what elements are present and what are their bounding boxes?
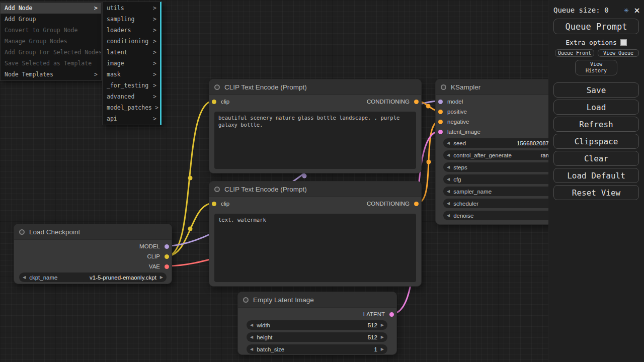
collapse-dot-icon[interactable]: [214, 187, 220, 192]
widget-batch-size[interactable]: ◀ batch_size 1 ▶: [247, 344, 387, 354]
add-node-submenu: utils > sampling > loaders > conditionin…: [102, 2, 162, 125]
submenu-arrow-icon: >: [153, 47, 156, 58]
input-slot-clip[interactable]: [212, 100, 216, 104]
output-label-model: MODEL: [139, 243, 160, 250]
node-header[interactable]: Empty Latent Image: [238, 292, 396, 308]
menu-item-label: Node Templates: [5, 69, 53, 80]
submenu-item-for-testing[interactable]: _for_testing >: [103, 80, 160, 91]
submenu-item-label: _for_testing: [107, 80, 148, 91]
save-button[interactable]: Save: [553, 82, 639, 98]
prompt-text-area[interactable]: beautiful scenery nature glass bottle la…: [214, 112, 416, 169]
output-slot-model[interactable]: [165, 244, 169, 249]
submenu-item-model-patches[interactable]: model_patches >: [103, 102, 160, 113]
widget-left-arrow-icon[interactable]: ◀: [247, 335, 257, 339]
node-header[interactable]: CLIP Text Encode (Prompt): [209, 182, 421, 197]
reset-view-button[interactable]: Reset View: [553, 185, 639, 200]
load-button[interactable]: Load: [553, 100, 639, 115]
submenu-item-latent[interactable]: latent >: [103, 47, 160, 58]
menu-item-add-node[interactable]: Add Node >: [1, 3, 101, 14]
widget-left-arrow-icon[interactable]: ◀: [19, 275, 29, 280]
queue-prompt-button[interactable]: Queue Prompt: [553, 19, 639, 34]
submenu-item-label: image: [107, 58, 124, 69]
menu-item-label: Add Group For Selected Nodes: [5, 47, 101, 58]
link-dot-conditioning-1[interactable]: [426, 104, 431, 109]
widget-left-arrow-icon[interactable]: ◀: [443, 153, 453, 157]
widget-right-arrow-icon[interactable]: ▶: [377, 347, 387, 351]
submenu-item-mask[interactable]: mask >: [103, 69, 160, 80]
collapse-dot-icon[interactable]: [243, 297, 249, 303]
widget-left-arrow-icon[interactable]: ◀: [443, 177, 453, 182]
submenu-item-loaders[interactable]: loaders >: [103, 25, 160, 36]
widget-left-arrow-icon[interactable]: ◀: [247, 347, 257, 351]
view-history-button[interactable]: View History: [575, 60, 617, 75]
widget-height[interactable]: ◀ height 512 ▶: [247, 332, 387, 342]
output-label-vae: VAE: [149, 263, 160, 270]
queue-front-button[interactable]: Queue Front: [555, 49, 594, 57]
output-slot-latent[interactable]: [389, 312, 394, 317]
input-slot-positive[interactable]: [438, 110, 443, 114]
collapse-dot-icon[interactable]: [19, 229, 25, 235]
input-label-negative: negative: [447, 119, 469, 125]
menu-item-label: Save Selected as Template: [5, 58, 92, 69]
link-dot-conditioning-2[interactable]: [427, 160, 431, 164]
settings-gear-icon[interactable]: ✳: [624, 5, 629, 15]
output-slot-vae[interactable]: [165, 264, 169, 269]
widget-left-arrow-icon[interactable]: ◀: [247, 323, 257, 327]
node-empty-latent-image[interactable]: Empty Latent Image LATENT ◀ width 512 ▶ …: [237, 292, 397, 355]
node-clip-text-encode-positive[interactable]: CLIP Text Encode (Prompt) clip CONDITION…: [209, 79, 422, 173]
input-slot-clip[interactable]: [212, 202, 216, 206]
close-icon[interactable]: ×: [634, 6, 640, 14]
submenu-item-sampling[interactable]: sampling >: [103, 14, 160, 25]
output-slot-conditioning[interactable]: [414, 100, 419, 104]
submenu-arrow-icon: >: [94, 69, 98, 80]
view-queue-button[interactable]: View Queue: [598, 49, 639, 57]
submenu-item-utils[interactable]: utils >: [103, 3, 160, 14]
node-clip-text-encode-negative[interactable]: CLIP Text Encode (Prompt) clip CONDITION…: [209, 181, 422, 287]
link-dot-clip-2[interactable]: [188, 227, 193, 231]
submenu-arrow-icon: >: [153, 36, 156, 47]
submenu-arrow-icon: >: [153, 69, 156, 80]
context-menu: Add Node > Add Group Convert to Group No…: [0, 2, 102, 81]
widget-right-arrow-icon[interactable]: ▶: [377, 323, 387, 327]
submenu-item-api[interactable]: api >: [103, 113, 160, 124]
submenu-item-label: api: [107, 113, 117, 124]
load-default-button[interactable]: Load Default: [553, 168, 639, 183]
clipspace-button[interactable]: Clipspace: [553, 134, 639, 149]
collapse-dot-icon[interactable]: [441, 84, 446, 90]
widget-left-arrow-icon[interactable]: ◀: [443, 141, 453, 145]
prompt-text-area[interactable]: text, watermark: [214, 214, 416, 282]
submenu-item-conditioning[interactable]: conditioning >: [103, 36, 160, 47]
output-slot-conditioning[interactable]: [414, 202, 419, 206]
node-load-checkpoint[interactable]: Load Checkpoint MODEL CLIP VAE ◀ ckpt_na…: [14, 224, 172, 284]
widget-width[interactable]: ◀ width 512 ▶: [247, 320, 387, 330]
collapse-dot-icon[interactable]: [214, 84, 220, 90]
submenu-item-image[interactable]: image >: [103, 58, 160, 69]
menu-item-add-group[interactable]: Add Group: [1, 14, 101, 25]
widget-left-arrow-icon[interactable]: ◀: [443, 165, 453, 169]
widget-left-arrow-icon[interactable]: ◀: [443, 201, 453, 206]
input-slot-negative[interactable]: [438, 120, 443, 124]
menu-item-node-templates[interactable]: Node Templates >: [1, 69, 101, 80]
submenu-item-advanced[interactable]: advanced >: [103, 91, 160, 102]
input-slot-model[interactable]: [438, 100, 443, 104]
node-title: CLIP Text Encode (Prompt): [224, 186, 307, 193]
link-dot-model[interactable]: [302, 174, 307, 178]
input-slot-latent-image[interactable]: [438, 130, 443, 134]
extra-options-checkbox[interactable]: [620, 39, 627, 46]
refresh-button[interactable]: Refresh: [553, 117, 639, 132]
widget-right-arrow-icon[interactable]: ▶: [156, 275, 167, 280]
menu-item-label: Add Node: [5, 3, 32, 14]
widget-ckpt-name[interactable]: ◀ ckpt_name v1-5-pruned-emaonly.ckpt ▶: [19, 273, 167, 282]
node-canvas[interactable]: CLIP Text Encode (Prompt) clip CONDITION…: [0, 0, 644, 362]
submenu-item-label: sampling: [107, 14, 134, 25]
link-dot-clip-1[interactable]: [188, 176, 193, 180]
widget-right-arrow-icon[interactable]: ▶: [377, 335, 387, 339]
widget-left-arrow-icon[interactable]: ◀: [443, 189, 453, 194]
menu-item-add-group-for-selected-nodes: Add Group For Selected Nodes: [1, 47, 101, 58]
clear-button[interactable]: Clear: [553, 151, 639, 166]
output-slot-clip[interactable]: [165, 254, 169, 259]
widget-left-arrow-icon[interactable]: ◀: [443, 213, 453, 218]
node-header[interactable]: CLIP Text Encode (Prompt): [209, 79, 421, 95]
node-header[interactable]: Load Checkpoint: [14, 224, 172, 240]
output-label-conditioning: CONDITIONING: [367, 201, 410, 207]
